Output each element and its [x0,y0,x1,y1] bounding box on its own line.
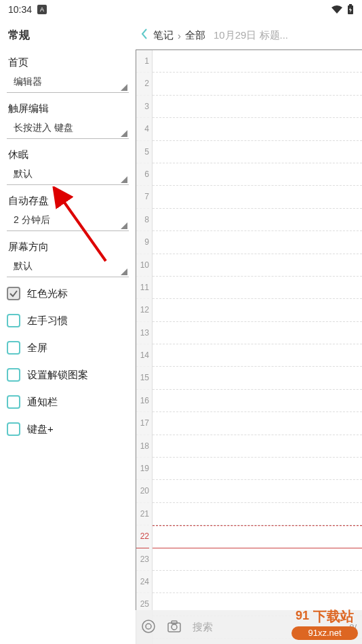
breadcrumb-info: 10月29日 标题... [214,29,288,42]
editor-line[interactable] [153,367,362,389]
setting-label-sleep: 休眠 [7,142,129,164]
settings-sidebar: 常规 首页 编辑器 触屏编辑 长按进入 键盘 休眠 默认 自动存盘 2 分钟后 … [0,19,136,644]
editor-line[interactable] [153,390,362,412]
checkbox-row-2[interactable]: 全屏 [0,334,136,361]
record-icon[interactable] [141,619,156,636]
line-number: 17 [136,412,149,435]
checkbox-label: 设置解锁图案 [27,369,88,382]
checkbox-icon[interactable] [7,422,20,436]
editor-line[interactable] [153,96,362,118]
line-number: 6 [136,163,149,186]
line-number: 24 [136,571,149,593]
editor-line[interactable] [153,50,362,73]
svg-rect-1 [349,4,352,5]
line-number: 4 [136,118,149,140]
svg-point-3 [146,624,151,629]
page-indicator: 8/ [349,622,357,632]
status-time: 10:34 [8,4,32,15]
line-number: 12 [136,299,149,321]
checkbox-icon[interactable] [7,314,20,327]
line-number: 7 [136,186,149,208]
setting-select-sleep[interactable]: 默认 [7,164,129,185]
battery-icon [347,4,354,15]
checkbox-row-1[interactable]: 左手习惯 [0,307,136,334]
editor-line[interactable] [153,254,362,277]
editor-line[interactable] [153,163,362,186]
line-number: 10 [136,254,149,277]
setting-label-orientation: 屏幕方向 [7,234,129,256]
setting-label-autosave: 自动存盘 [7,188,129,210]
line-number: 18 [136,435,149,458]
checkbox-icon[interactable] [7,395,20,409]
editor-area[interactable]: 1234567891011121314151617181920212223242… [136,49,362,644]
status-bar: 10:34 A [0,0,362,19]
editor-line[interactable] [153,277,362,299]
line-number: 21 [136,503,149,525]
checkbox-label: 红色光标 [27,287,68,300]
editor-line[interactable] [153,141,362,163]
editor-line[interactable] [153,458,362,480]
search-input[interactable]: 搜索 [193,621,338,634]
editor-line[interactable] [153,435,362,458]
line-number: 23 [136,548,149,571]
line-number: 16 [136,390,149,412]
line-number: 9 [136,231,149,254]
setting-select-orientation[interactable]: 默认 [7,256,129,277]
sidebar-title: 常规 [0,19,136,49]
line-number: 20 [136,480,149,502]
line-number: 22 [136,525,149,548]
checkbox-row-3[interactable]: 设置解锁图案 [0,361,136,388]
editor-line[interactable] [153,480,362,502]
breadcrumb-part-2[interactable]: 全部 [185,29,205,42]
setting-select-touch[interactable]: 长按进入 键盘 [7,118,129,139]
wifi-icon [331,5,343,14]
line-number: 15 [136,367,149,389]
checkbox-label: 左手习惯 [27,315,68,327]
line-number: 2 [136,73,149,95]
checkbox-row-4[interactable]: 通知栏 [0,388,136,416]
line-number: 8 [136,209,149,231]
bottom-toolbar: 搜索 8/ [136,610,362,644]
line-number: 3 [136,96,149,118]
editor-line[interactable] [153,322,362,344]
editor-line[interactable] [153,186,362,208]
checkbox-label: 键盘+ [27,423,54,436]
checkbox-icon[interactable] [7,287,20,300]
editor-line[interactable] [153,503,362,525]
line-number: 13 [136,322,149,344]
editor-line[interactable] [153,209,362,231]
setting-select-autosave[interactable]: 2 分钟后 [7,210,129,231]
editor-line[interactable] [153,344,362,367]
editor-line[interactable] [153,525,362,548]
back-icon[interactable] [138,28,150,43]
breadcrumb: 笔记 › 全部 10月29日 标题... [136,19,362,49]
line-number: 11 [136,277,149,299]
editor-line[interactable] [153,73,362,95]
checkbox-row-0[interactable]: 红色光标 [0,280,136,307]
editor-line[interactable] [153,548,362,571]
editor-text-area[interactable] [153,50,362,644]
checkbox-row-5[interactable]: 键盘+ [0,416,136,443]
status-app-icon: A [37,5,47,14]
editor-line[interactable] [153,231,362,254]
breadcrumb-sep: › [178,30,181,41]
line-number: 14 [136,344,149,367]
editor-line[interactable] [153,118,362,140]
svg-point-5 [172,624,177,630]
checkbox-icon[interactable] [7,368,20,382]
setting-select-home[interactable]: 编辑器 [7,72,129,93]
svg-point-2 [142,620,155,632]
camera-icon[interactable] [167,620,182,635]
svg-rect-6 [172,621,177,624]
editor-line[interactable] [153,299,362,321]
line-number: 1 [136,50,149,73]
checkbox-icon[interactable] [7,341,20,355]
editor-line[interactable] [153,412,362,435]
line-number: 5 [136,141,149,163]
breadcrumb-part-1[interactable]: 笔记 [153,29,174,42]
editor-panel: 笔记 › 全部 10月29日 标题... 1234567891011121314… [136,19,362,644]
setting-label-home: 首页 [7,49,129,72]
setting-label-touch: 触屏编辑 [7,96,129,118]
checkbox-label: 通知栏 [27,396,58,409]
editor-line[interactable] [153,571,362,593]
